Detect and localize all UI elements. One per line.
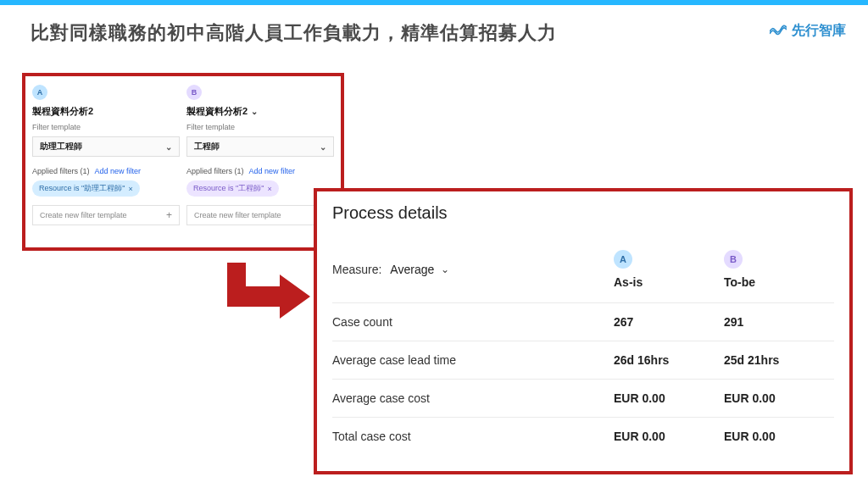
measure-select[interactable]: Average ⌄	[390, 263, 449, 276]
metric-value-b: 291	[724, 315, 834, 329]
chevron-down-icon: ⌄	[165, 142, 172, 152]
chevron-down-icon: ⌄	[251, 107, 258, 116]
metric-row: Case count 267 291	[332, 303, 834, 341]
column-label-a: As-is	[614, 275, 643, 289]
column-header-a: A As-is	[614, 250, 724, 289]
metric-value-a: 267	[614, 315, 724, 329]
filter-panel: A 製程資料分析2 Filter template 助理工程師 ⌄ Applie…	[22, 73, 344, 251]
filter-column-a: A 製程資料分析2 Filter template 助理工程師 ⌄ Applie…	[32, 85, 180, 241]
chevron-down-icon: ⌄	[320, 142, 326, 152]
filter-column-b: B 製程資料分析2 ⌄ Filter template 工程師 ⌄ Applie…	[186, 85, 334, 241]
filter-template-select-b[interactable]: 工程師 ⌄	[186, 136, 334, 157]
process-details-title: Process details	[332, 203, 834, 223]
metric-row: Average case cost EUR 0.00 EUR 0.00	[332, 380, 834, 418]
column-badge-b: B	[724, 250, 743, 269]
page-title: 比對同樣職務的初中高階人員工作負載力，精準估算招募人力	[31, 20, 557, 46]
metric-value-b: 25d 21hrs	[724, 353, 834, 367]
metric-value-b: EUR 0.00	[724, 391, 834, 405]
details-header-row: Measure: Average ⌄ A As-is B To-be	[332, 238, 834, 303]
metric-value-a: 26d 16hrs	[614, 353, 724, 367]
metric-name: Total case cost	[332, 430, 614, 443]
filter-tag-a[interactable]: Resource is "助理工程師" ×	[32, 180, 140, 197]
top-accent-bar	[0, 0, 868, 5]
arrow-icon	[220, 263, 314, 322]
filter-template-label-b: Filter template	[186, 123, 334, 131]
process-title-a: 製程資料分析2	[32, 105, 180, 118]
applied-filters-label-b: Applied filters (1)	[186, 167, 244, 175]
filter-tag-b[interactable]: Resource is "工程師" ×	[186, 180, 279, 197]
metric-name: Average case cost	[332, 391, 614, 405]
brand-wave-icon	[770, 24, 787, 39]
filter-template-label-a: Filter template	[32, 123, 180, 131]
metric-name: Average case lead time	[332, 353, 614, 367]
metric-row: Average case lead time 26d 16hrs 25d 21h…	[332, 341, 834, 380]
filter-badge-b: B	[186, 85, 202, 100]
add-new-filter-link-b[interactable]: Add new filter	[249, 167, 296, 175]
filter-template-select-a[interactable]: 助理工程師 ⌄	[32, 136, 180, 157]
measure-label: Measure:	[332, 263, 381, 276]
brand-logo: 先行智庫	[770, 22, 846, 40]
close-icon[interactable]: ×	[128, 185, 132, 193]
plus-icon: +	[166, 209, 172, 221]
create-template-button-b[interactable]: Create new filter template +	[186, 205, 334, 225]
create-template-button-a[interactable]: Create new filter template +	[32, 205, 180, 225]
metric-row: Total case cost EUR 0.00 EUR 0.00	[332, 418, 834, 455]
close-icon[interactable]: ×	[267, 185, 271, 193]
metric-value-a: EUR 0.00	[614, 391, 724, 405]
metric-name: Case count	[332, 315, 614, 329]
process-title-b[interactable]: 製程資料分析2 ⌄	[186, 105, 334, 118]
chevron-down-icon: ⌄	[441, 263, 449, 275]
filter-badge-a: A	[32, 85, 47, 100]
metric-value-b: EUR 0.00	[724, 430, 834, 443]
column-header-b: B To-be	[724, 250, 834, 289]
brand-name: 先行智庫	[792, 22, 846, 40]
process-details-panel: Process details Measure: Average ⌄ A As-…	[314, 188, 853, 474]
applied-filters-label-a: Applied filters (1)	[32, 167, 90, 175]
column-badge-a: A	[614, 250, 632, 269]
metric-value-a: EUR 0.00	[614, 430, 724, 443]
add-new-filter-link-a[interactable]: Add new filter	[95, 167, 142, 175]
column-label-b: To-be	[724, 275, 755, 289]
